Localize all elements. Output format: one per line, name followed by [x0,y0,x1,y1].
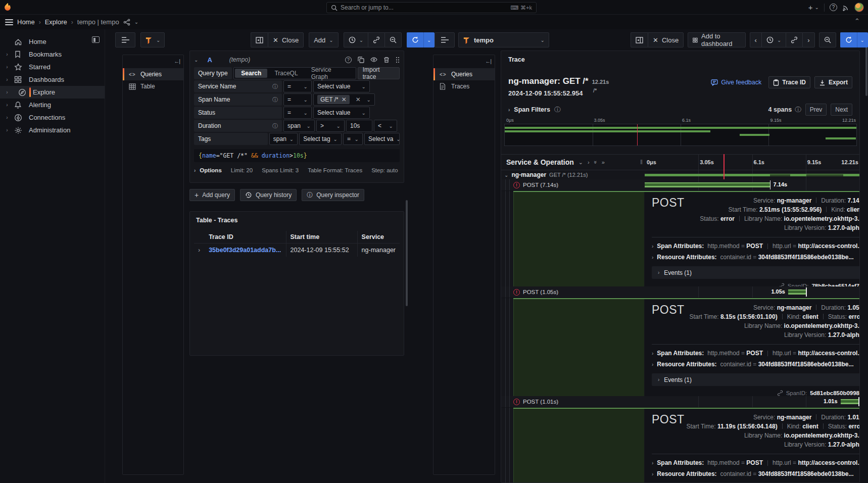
query-header[interactable]: ⌄ A (tempo) ? [194,53,400,66]
operator-select[interactable]: >⌄ [316,120,345,132]
help-icon[interactable]: ? [830,4,837,11]
chevron-down-icon[interactable]: ⌄ [134,19,138,25]
attributes-row[interactable]: ›Span Attributes: http.method = POSThttp… [652,240,860,252]
split-view-button[interactable] [251,32,268,47]
span-bar[interactable] [841,399,859,404]
operator-select[interactable]: span⌄ [283,120,315,132]
table-row[interactable]: ›35be0f3d29a01adda7b...2024-12-09 15:55:… [194,244,400,257]
span-subtree-region[interactable] [513,191,644,286]
span-filters-toggle[interactable]: ›Span Filtersⓘ [508,106,560,114]
span-bar[interactable] [645,182,770,187]
sidebar-item-bookmarks[interactable]: ›Bookmarks [0,48,105,61]
time-picker-button[interactable]: ⌄ [761,32,786,47]
zoom-out-button[interactable] [384,32,402,47]
close-pane-button[interactable]: ✕ Close [648,32,684,47]
attributes-row[interactable]: ›Resource Attributes: container.id = 304… [652,359,860,370]
avatar[interactable] [854,3,864,12]
sidebar-item-starred[interactable]: ›Starred [0,61,105,73]
share-icon[interactable] [123,19,130,26]
link-button[interactable] [786,32,802,47]
rail-item-table[interactable]: Table [123,80,183,92]
sidebar-item-home[interactable]: Home [0,35,105,48]
operator-select[interactable]: Select value⌄ [313,80,370,92]
give-feedback-link[interactable]: Give feedback [711,79,761,86]
add-query-button[interactable]: +Add query [189,189,235,201]
import-trace-button[interactable]: Import trace [358,67,400,79]
datasource-picker[interactable]: tempo ⌄ [458,32,549,47]
operator-select[interactable]: span⌄ [269,133,298,145]
trace-id-button[interactable]: Trace ID [768,76,810,88]
chevron-right-icon[interactable]: › [2,77,12,82]
collapse-one-icon[interactable]: ⌄ [578,159,583,166]
left-pane-scrollbar[interactable] [406,200,408,306]
events-accordion[interactable]: ›Events (1) [652,373,860,386]
next-span-button[interactable]: Next [831,104,852,116]
duplicate-query-icon[interactable] [358,57,364,63]
filter-chip[interactable]: GET /* ✕ [317,95,350,104]
attributes-row[interactable]: ›Span Attributes: http.method = POSThttp… [652,457,860,468]
query-options-row[interactable]: ›Options Limit: 20Spans Limit: 3Table Fo… [194,167,400,173]
query-type-tab-traceql[interactable]: TraceQL [268,69,304,78]
trace-row-span[interactable]: !POST (1.01s)1.01s [501,396,859,408]
collapse-pane-icon[interactable]: ⌃ [854,17,860,25]
query-history-button[interactable]: Query history [240,189,297,201]
rail-item-queries[interactable]: <>Queries [123,68,183,80]
chevron-right-icon[interactable]: › [2,127,12,133]
query-help-icon[interactable]: ? [345,57,352,63]
trace-minimap[interactable]: 0μs3.05s6.1s9.15s12.21s [504,118,857,148]
rail-item-queries[interactable]: <>Queries [433,68,495,80]
prev-span-button[interactable]: Prev [805,104,827,116]
trace-row-span[interactable]: !POST (1.05s)1.05s [501,286,859,298]
sidebar-item-explore[interactable]: ›Explore [0,86,105,99]
span-bar[interactable] [788,289,806,295]
column-header[interactable]: Trace ID [205,231,286,244]
operator-select[interactable]: =⌄ [343,133,363,145]
span-subtree-region[interactable] [513,298,644,396]
sidebar-item-connections[interactable]: ›Connections [0,111,105,124]
delete-query-icon[interactable] [383,57,390,63]
export-button[interactable]: Export [814,76,852,88]
query-rail-toggle[interactable] [115,32,135,47]
disable-query-icon[interactable] [370,57,377,63]
query-type-tab-service-graph[interactable]: Service Graph [305,69,355,78]
query-rail-toggle[interactable] [435,32,455,47]
split-view-button[interactable] [631,32,648,47]
span-subtree-region[interactable] [513,408,644,483]
run-query-button[interactable] [407,32,423,47]
attributes-row[interactable]: ›Resource Attributes: container.id = 304… [652,468,860,479]
trace-row-span[interactable]: !POST (7.14s)7.14s [501,179,859,191]
run-query-button[interactable] [840,32,857,47]
grafana-logo[interactable] [0,3,15,12]
add-to-dashboard-button[interactable]: Add to dashboard [688,32,745,47]
breadcrumb-home[interactable]: Home [17,18,35,26]
expand-row-icon[interactable]: › [194,244,205,257]
operator-select[interactable]: Select tag⌄ [299,133,342,145]
chevron-right-icon[interactable]: › [2,115,12,120]
query-type-tab-search[interactable]: Search [235,69,267,78]
clear-icon[interactable]: ✕ [356,96,361,103]
value-select[interactable]: GET /* ✕✕⌄ [313,93,375,106]
span-bar[interactable] [645,174,859,176]
column-header[interactable]: Service [357,231,400,244]
chevron-right-icon[interactable]: › [2,64,12,70]
operator-select[interactable]: Select value⌄ [313,107,370,119]
collapse-rail-icon[interactable]: ←| [485,58,491,64]
attributes-row[interactable]: ›Resource Attributes: container.id = 304… [652,252,860,263]
collapse-rail-icon[interactable]: ←| [174,58,180,64]
operator-select[interactable]: Select va⌄ [364,133,400,145]
new-button[interactable]: + ⌄ [808,3,819,12]
rail-item-traces[interactable]: Traces [433,80,495,92]
duration-input[interactable]: 10s [346,120,372,132]
chevron-right-icon[interactable]: › [2,89,12,95]
query-inspector-button[interactable]: ⓘQuery inspector [302,189,364,201]
chevron-right-icon[interactable]: › [2,102,12,108]
column-resize-handle[interactable]: ‖ [640,159,643,166]
expand-one-icon[interactable]: › [588,159,590,165]
sidebar-item-administration[interactable]: ›Administration [0,124,105,136]
collapse-query-icon[interactable]: ⌄ [194,57,198,63]
sidebar-item-alerting[interactable]: ›Alerting [0,99,105,111]
column-header[interactable]: Start time [286,231,357,244]
time-shift-back-button[interactable]: ‹ [750,32,761,47]
drag-handle-icon[interactable] [396,57,400,63]
operator-select[interactable]: =⌄ [283,80,312,92]
